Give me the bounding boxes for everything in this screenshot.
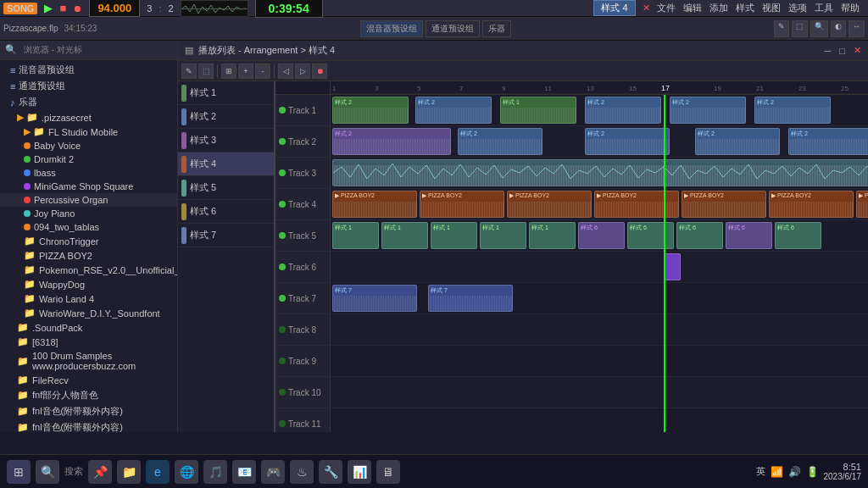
taskbar-app4[interactable]: 🔧 bbox=[319, 460, 342, 484]
menu-item-style[interactable]: 样式 bbox=[736, 3, 754, 13]
clip-t5-1[interactable]: 样式 1 bbox=[332, 222, 379, 249]
transport-play[interactable]: ▶ bbox=[44, 2, 53, 14]
menu-item-options[interactable]: 选项 bbox=[788, 3, 807, 13]
clip-t1-4[interactable]: 样式 2 bbox=[585, 97, 661, 124]
clip-t7-2[interactable]: 样式 7 bbox=[428, 285, 513, 312]
pattern-item-7[interactable]: 样式 7 bbox=[178, 224, 274, 247]
sidebar-item-pizzasecret[interactable]: ▶ 📁 .pizzasecret bbox=[0, 110, 177, 125]
pattern-item-3[interactable]: 样式 3 bbox=[178, 129, 274, 152]
clip-t4-4[interactable]: ▶ PIZZA BOY2 bbox=[594, 191, 679, 218]
taskbar-chrome[interactable]: 🌐 bbox=[175, 460, 198, 484]
track-led-4[interactable] bbox=[279, 201, 286, 208]
clip-t4-1[interactable]: ▶ PIZZA BOY2 bbox=[332, 191, 417, 218]
track-row-6[interactable] bbox=[331, 252, 868, 283]
sidebar-item-channel[interactable]: ≡ 通道预设组 bbox=[0, 78, 177, 94]
search-button[interactable]: 🔍 bbox=[36, 460, 59, 484]
tab-channel[interactable]: 通道预设组 bbox=[426, 20, 480, 37]
pattern-label[interactable]: 样式 4 bbox=[593, 0, 635, 16]
pt-record[interactable]: ⏺ bbox=[312, 64, 327, 79]
menu-file[interactable]: ✕ bbox=[643, 3, 650, 14]
clip-t4-5[interactable]: ▶ PIZZA BOY2 bbox=[682, 191, 766, 218]
track-row-10[interactable] bbox=[331, 377, 868, 408]
pt-select[interactable]: ⬚ bbox=[198, 64, 214, 79]
clip-t5-2[interactable]: 样式 1 bbox=[381, 222, 428, 249]
tab-mixer[interactable]: 混音器预设组 bbox=[360, 20, 423, 37]
toolbar-draw[interactable]: ✎ bbox=[774, 20, 789, 37]
track-row-11[interactable] bbox=[331, 408, 868, 432]
sidebar-item-soundpack[interactable]: 📁 .SoundPack bbox=[0, 320, 177, 335]
sidebar-item-babyvoice[interactable]: Baby Voice bbox=[0, 139, 177, 152]
track-row-3[interactable] bbox=[331, 158, 868, 189]
track-row-5[interactable]: 样式 1 样式 1 样式 1 样式 1 样式 1 bbox=[331, 220, 868, 252]
clip-t5-3[interactable]: 样式 1 bbox=[431, 222, 477, 249]
playlist-maximize[interactable]: □ bbox=[839, 46, 845, 56]
track-row-1[interactable]: 样式 2 样式 2 样式 1 样式 2 bbox=[331, 95, 868, 126]
transport-stop[interactable]: ■ bbox=[59, 2, 66, 14]
track-led-3[interactable] bbox=[279, 169, 286, 176]
pattern-item-1[interactable]: 样式 1 bbox=[178, 81, 274, 105]
track-row-9[interactable] bbox=[331, 346, 868, 377]
pattern-item-4[interactable]: 样式 4 bbox=[178, 152, 274, 176]
time-sig-den[interactable]: 2 bbox=[168, 3, 173, 14]
clip-t2-4[interactable]: 样式 2 bbox=[695, 128, 780, 155]
clip-t1-2[interactable]: 样式 2 bbox=[415, 97, 492, 124]
track-led-7[interactable] bbox=[279, 295, 286, 302]
clip-t5-10[interactable]: 样式 6 bbox=[775, 222, 821, 249]
clip-t4-3[interactable]: ▶ PIZZA BOY2 bbox=[507, 191, 592, 218]
sidebar-item-tablas[interactable]: 094_two_tablas bbox=[0, 220, 177, 234]
sidebar-item-wappydog[interactable]: 📁 WappyDog bbox=[0, 277, 177, 291]
sidebar-item-joypiano[interactable]: Joy Piano bbox=[0, 207, 177, 220]
sidebar-item-drumkit2[interactable]: Drumkit 2 bbox=[0, 152, 177, 166]
track-row-4[interactable]: ▶ PIZZA BOY2 ▶ PIZZA BOY2 ▶ PIZZA BOY2 bbox=[331, 189, 868, 220]
track-led-9[interactable] bbox=[279, 358, 286, 364]
clip-t7-1[interactable]: 样式 7 bbox=[332, 285, 417, 312]
clip-t3-1[interactable] bbox=[332, 159, 868, 186]
clip-t1-3[interactable]: 样式 1 bbox=[500, 97, 576, 124]
track-row-2[interactable]: 样式 2 样式 2 样式 2 样式 2 bbox=[331, 126, 868, 158]
transport-record[interactable]: ⏺ bbox=[73, 3, 82, 14]
track-led-11[interactable] bbox=[279, 420, 286, 427]
clip-t5-9[interactable]: 样式 6 bbox=[726, 222, 772, 249]
clip-t2-2[interactable]: 样式 2 bbox=[458, 128, 542, 155]
track-row-7[interactable]: 样式 7 样式 7 bbox=[331, 283, 868, 314]
start-button[interactable]: ⊞ bbox=[7, 460, 31, 484]
sidebar-item-filerecv[interactable]: 📁 FileRecv bbox=[0, 373, 177, 387]
taskbar-app2[interactable]: 📧 bbox=[232, 460, 256, 484]
sidebar-item-minigame[interactable]: MiniGame Shop Square bbox=[0, 180, 177, 193]
menu-item-add[interactable]: 添加 bbox=[709, 3, 728, 13]
pt-zoom-in[interactable]: + bbox=[238, 64, 253, 79]
track-led-5[interactable] bbox=[279, 232, 286, 239]
clip-t5-7[interactable]: 样式 6 bbox=[627, 222, 674, 249]
taskbar-app1[interactable]: 🎵 bbox=[203, 460, 227, 484]
sidebar-item-pokemon[interactable]: 📁 Pokemon_RSE_v2.0__Unofficial_Update_ bbox=[0, 263, 177, 277]
clip-t5-4[interactable]: 样式 1 bbox=[480, 222, 526, 249]
time-sig-num[interactable]: 3 bbox=[147, 3, 152, 14]
bpm-display[interactable]: 94.000 bbox=[89, 0, 140, 17]
clip-t1-5[interactable]: 样式 2 bbox=[670, 97, 746, 124]
sidebar-item-fnf[interactable]: 📁 fnf部分人物音色 bbox=[0, 387, 177, 403]
taskbar-app3[interactable]: 🎮 bbox=[261, 460, 285, 484]
taskbar-app5[interactable]: 📊 bbox=[348, 460, 371, 484]
pattern-item-5[interactable]: 样式 5 bbox=[178, 176, 274, 200]
sidebar-item-warioware[interactable]: 📁 WarioWare_D.I.Y._Soundfont bbox=[0, 306, 177, 320]
sidebar-item-flmobile[interactable]: ▶ 📁 FL Studio Mobile bbox=[0, 125, 177, 139]
menu-item-file[interactable]: 文件 bbox=[657, 3, 676, 13]
sidebar-item-6318[interactable]: 📁 [6318] bbox=[0, 335, 177, 349]
track-led-1[interactable] bbox=[279, 107, 286, 114]
pt-forward[interactable]: ▷ bbox=[295, 64, 310, 79]
clip-t1-1[interactable]: 样式 2 bbox=[332, 97, 409, 124]
taskbar-lang[interactable]: 英 bbox=[756, 465, 765, 478]
taskbar-pin1[interactable]: 📌 bbox=[88, 460, 112, 484]
pattern-item-6[interactable]: 样式 6 bbox=[178, 200, 274, 224]
taskbar-search-label[interactable]: 搜索 bbox=[64, 465, 83, 478]
menu-item-tools[interactable]: 工具 bbox=[815, 3, 833, 13]
taskbar-steam[interactable]: ♨ bbox=[290, 460, 314, 484]
clip-t4-2[interactable]: ▶ PIZZA BOY2 bbox=[420, 191, 504, 218]
tab-instruments[interactable]: 乐器 bbox=[482, 20, 511, 37]
clip-t4-7[interactable]: ▶ PIZZA BOY2 bbox=[856, 191, 868, 218]
sidebar-item-lbass[interactable]: lbass bbox=[0, 166, 177, 180]
sidebar-item-instruments[interactable]: ♪ 乐器 bbox=[0, 94, 177, 110]
taskbar-edge[interactable]: e bbox=[146, 460, 170, 484]
clip-t5-5[interactable]: 样式 1 bbox=[529, 222, 576, 249]
track-led-10[interactable] bbox=[279, 389, 286, 396]
